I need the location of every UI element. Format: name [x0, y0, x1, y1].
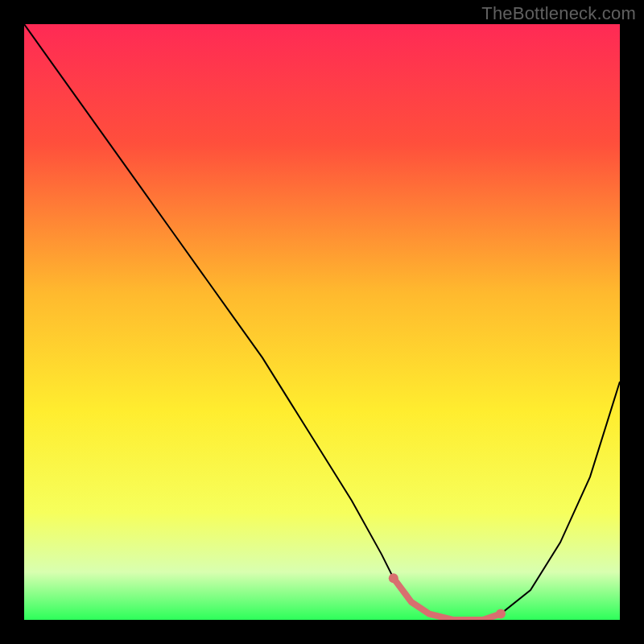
bottleneck-curve-chart: [24, 24, 620, 620]
watermark-text: TheBottleneck.com: [481, 3, 636, 24]
highlight-dot: [389, 573, 398, 583]
highlight-dot: [496, 609, 506, 619]
chart-frame: TheBottleneck.com: [0, 0, 644, 644]
plot-area: [24, 24, 620, 620]
gradient-background: [24, 24, 620, 620]
